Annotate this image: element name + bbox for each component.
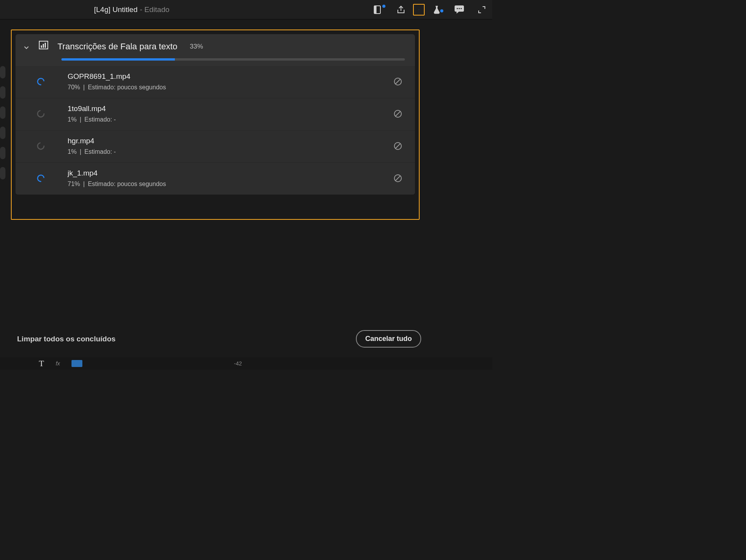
progress-item: GOPR8691_1.mp4 70% | Estimado: poucos se… bbox=[16, 66, 415, 98]
progress-item-percent: 1% bbox=[68, 148, 77, 155]
spinner-icon bbox=[23, 77, 58, 86]
share-icon[interactable] bbox=[395, 4, 407, 16]
progress-circle-icon[interactable] bbox=[413, 4, 425, 16]
title-edited-suffix: - Editado bbox=[140, 5, 169, 14]
separator: | bbox=[80, 116, 81, 123]
progress-item-status: 71% | Estimado: poucos segundos bbox=[68, 181, 381, 188]
type-tool-icon[interactable]: T bbox=[39, 358, 44, 369]
separator: | bbox=[83, 181, 85, 188]
cancel-item-button[interactable] bbox=[390, 142, 406, 150]
beaker-icon[interactable] bbox=[431, 4, 443, 16]
spinner-icon bbox=[23, 110, 58, 118]
tool-pill[interactable] bbox=[0, 127, 5, 139]
svg-rect-7 bbox=[41, 45, 42, 48]
clear-completed-link[interactable]: Limpar todos os concluídos bbox=[17, 335, 115, 343]
spinner-icon bbox=[23, 142, 58, 150]
progress-item: jk_1.mp4 71% | Estimado: poucos segundos bbox=[16, 162, 415, 195]
svg-point-10 bbox=[38, 78, 44, 85]
notification-dot-icon bbox=[382, 5, 385, 8]
progress-item-percent: 71% bbox=[68, 181, 80, 188]
timeline-marker: -42 bbox=[234, 360, 242, 367]
cancel-all-button[interactable]: Cancelar tudo bbox=[356, 330, 421, 348]
window-title: [L4g] Untitled - Editado bbox=[5, 5, 373, 14]
expand-icon[interactable] bbox=[476, 4, 488, 16]
progress-item-percent: 70% bbox=[68, 84, 80, 91]
cancel-item-button[interactable] bbox=[390, 174, 406, 183]
svg-point-13 bbox=[38, 111, 44, 117]
track-chip[interactable] bbox=[71, 360, 82, 367]
svg-rect-1 bbox=[374, 6, 376, 14]
progress-items: GOPR8691_1.mp4 70% | Estimado: poucos se… bbox=[16, 66, 415, 195]
svg-point-4 bbox=[457, 8, 458, 9]
progress-item-eta: Estimado: poucos segundos bbox=[88, 181, 166, 188]
tool-pill[interactable] bbox=[0, 66, 5, 78]
cancel-item-button[interactable] bbox=[390, 110, 406, 118]
progress-item-eta: Estimado: - bbox=[84, 148, 116, 155]
header-actions bbox=[373, 4, 488, 16]
progress-item: hgr.mp4 1% | Estimado: - bbox=[16, 130, 415, 162]
progress-group-percent: 33% bbox=[190, 43, 203, 50]
separator: | bbox=[83, 84, 85, 91]
spinner-icon bbox=[23, 174, 58, 183]
svg-line-18 bbox=[396, 144, 400, 148]
chevron-down-icon[interactable] bbox=[23, 44, 30, 52]
tool-pill[interactable] bbox=[0, 167, 5, 179]
timeline-sliver: T fx -42 bbox=[0, 357, 492, 370]
tool-pill[interactable] bbox=[0, 106, 5, 119]
progress-item-filename: hgr.mp4 bbox=[68, 137, 381, 145]
notification-dot-icon bbox=[440, 9, 443, 12]
progress-item-filename: GOPR8691_1.mp4 bbox=[68, 72, 381, 81]
progress-panel-highlight: Transcrições de Fala para texto 33% GOPR… bbox=[11, 30, 420, 220]
progress-item-eta: Estimado: poucos segundos bbox=[88, 84, 166, 91]
progress-item-filename: jk_1.mp4 bbox=[68, 169, 381, 177]
progress-item-eta: Estimado: - bbox=[84, 116, 116, 123]
app-header: [L4g] Untitled - Editado bbox=[0, 0, 492, 19]
tool-pill[interactable] bbox=[0, 86, 5, 99]
workspaces-icon[interactable] bbox=[373, 4, 384, 16]
svg-rect-8 bbox=[43, 44, 44, 48]
progress-item-status: 1% | Estimado: - bbox=[68, 148, 381, 155]
progress-footer: Limpar todos os concluídos Cancelar tudo bbox=[17, 330, 421, 348]
progress-group-header[interactable]: Transcrições de Fala para texto 33% bbox=[16, 34, 415, 56]
svg-point-5 bbox=[458, 8, 460, 9]
svg-rect-9 bbox=[45, 43, 46, 48]
progress-item-filename: 1to9all.mp4 bbox=[68, 104, 381, 113]
fx-icon[interactable]: fx bbox=[56, 360, 60, 367]
tool-pill[interactable] bbox=[0, 147, 5, 159]
svg-line-15 bbox=[396, 111, 400, 116]
transcription-icon bbox=[38, 40, 49, 52]
progress-item-percent: 1% bbox=[68, 116, 77, 123]
svg-line-12 bbox=[396, 79, 400, 84]
progress-item: 1to9all.mp4 1% | Estimado: - bbox=[16, 98, 415, 130]
progress-group-bar-fill bbox=[61, 58, 175, 61]
comments-icon[interactable] bbox=[453, 4, 465, 16]
svg-point-16 bbox=[38, 143, 44, 150]
progress-panel: Transcrições de Fala para texto 33% GOPR… bbox=[16, 34, 415, 195]
progress-group-bar bbox=[61, 58, 405, 61]
svg-point-19 bbox=[38, 175, 44, 182]
cancel-item-button[interactable] bbox=[390, 77, 406, 86]
separator: | bbox=[80, 148, 81, 155]
progress-group-title: Transcrições de Fala para texto bbox=[58, 42, 178, 52]
svg-line-21 bbox=[396, 176, 400, 181]
title-project: [L4g] Untitled bbox=[94, 5, 138, 14]
progress-item-status: 70% | Estimado: poucos segundos bbox=[68, 84, 381, 91]
left-tool-strip bbox=[0, 19, 8, 179]
progress-item-status: 1% | Estimado: - bbox=[68, 116, 381, 123]
svg-point-6 bbox=[460, 8, 462, 9]
